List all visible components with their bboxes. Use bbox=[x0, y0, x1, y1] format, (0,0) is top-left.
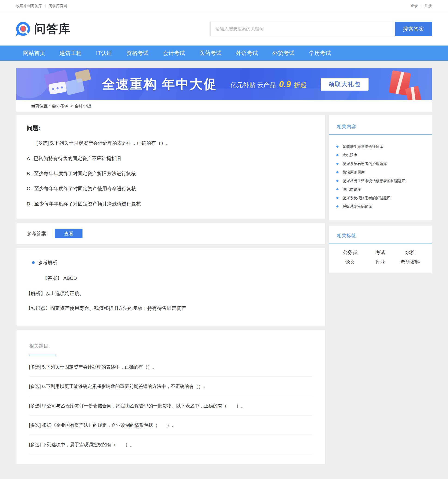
nav-item-accounting[interactable]: 会计考试 bbox=[163, 49, 185, 57]
related-content-link[interactable]: 泌尿系结石患者的护理题库 bbox=[336, 160, 425, 168]
option-c: C . 至少每年年度终了对固定资产使用寿命进行复核 bbox=[27, 185, 315, 192]
topbar-right: 登录注册 bbox=[411, 4, 432, 8]
tag-link[interactable]: 公务员 bbox=[335, 249, 365, 256]
tag-link[interactable]: 作业 bbox=[365, 259, 395, 265]
view-answer-button[interactable]: 查看 bbox=[55, 229, 82, 238]
analysis-answer-line: 【答案】 ABCD bbox=[43, 275, 316, 281]
login-link[interactable]: 登录 bbox=[411, 4, 418, 8]
related-question-link[interactable]: [多选] 6.下列用以更正能够确定累积影响数的重要前期差错的方法中，不正确的有（… bbox=[29, 377, 313, 396]
heading-underline bbox=[29, 355, 56, 355]
related-questions-list: [多选] 5.下列关于固定资产会计处理的表述中，正确的有（）。 [多选] 6.下… bbox=[29, 357, 313, 454]
claim-gift-button[interactable]: 领取大礼包 bbox=[321, 78, 368, 91]
related-content-link[interactable]: 呼吸系统疾病题库 bbox=[336, 202, 425, 211]
tag-list: 公务员 考试 尔雅 论文 作业 考研资料 bbox=[329, 244, 432, 273]
promo-banner[interactable]: 全速重构 年中大促 亿元补贴 云产品 0.9 折起 领取大礼包 bbox=[16, 68, 432, 100]
related-content-link[interactable]: 泌尿系统梗阻患者的护理题库 bbox=[336, 194, 425, 202]
register-link[interactable]: 注册 bbox=[425, 4, 432, 8]
topbar: 欢迎来到问答库问答库官网 登录注册 bbox=[0, 0, 448, 12]
bullet-dot-icon bbox=[336, 154, 339, 156]
banner-subtitle: 亿元补贴 云产品 0.9 折起 bbox=[231, 80, 307, 89]
related-content-card: 相关内容 骨髓增生异常综合征题库 病机题库 泌尿系结石患者的护理题库 防治原则题… bbox=[328, 115, 432, 221]
divider bbox=[45, 4, 46, 8]
topbar-left: 欢迎来到问答库问答库官网 bbox=[16, 4, 67, 8]
q-tail-icon bbox=[25, 31, 28, 35]
tag-link[interactable]: 考研资料 bbox=[395, 259, 425, 265]
search-answer-button[interactable]: 搜索答案 bbox=[395, 22, 432, 36]
related-content-link[interactable]: 防治原则题库 bbox=[336, 168, 425, 177]
logo-q-icon bbox=[16, 22, 30, 36]
sidebar: 相关内容 骨髓增生异常综合征题库 病机题库 泌尿系结石患者的护理题库 防治原则题… bbox=[328, 115, 432, 273]
related-content-label: 泌尿及男生殖系统结核患者的护理题库 bbox=[343, 179, 406, 183]
nav-item-qualification[interactable]: 资格考试 bbox=[126, 49, 148, 57]
analysis-heading: 参考解析 bbox=[38, 259, 58, 266]
related-content-label: 防治原则题库 bbox=[343, 170, 365, 174]
related-content-label: 淋巴瘤题库 bbox=[343, 187, 361, 191]
banner-title: 全速重构 年中大促 bbox=[102, 76, 218, 93]
bullet-dot-icon bbox=[336, 206, 339, 207]
search-input[interactable] bbox=[210, 22, 395, 36]
nav-item-medical[interactable]: 医药考试 bbox=[199, 49, 221, 57]
bullet-dot-icon bbox=[336, 171, 339, 173]
nav-item-home[interactable]: 网站首页 bbox=[23, 49, 45, 57]
option-a: A . 已转为持有待售的固定资产不应计提折旧 bbox=[27, 155, 315, 162]
option-d: D . 至少每年年度终了对固定资产预计净残值进行复核 bbox=[27, 200, 315, 207]
logo[interactable]: 问答库 bbox=[16, 21, 71, 37]
reference-answer-label: 参考答案: bbox=[27, 230, 48, 237]
bullet-dot-icon bbox=[32, 261, 35, 264]
question-card: 问题: [多选] 5.下列关于固定资产会计处理的表述中，正确的有（）。 A . … bbox=[16, 115, 326, 219]
nav-item-foreign-trade[interactable]: 外贸考试 bbox=[272, 49, 294, 57]
related-content-label: 泌尿系统梗阻患者的护理题库 bbox=[343, 196, 391, 200]
related-content-list: 骨髓增生异常综合征题库 病机题库 泌尿系结石患者的护理题库 防治原则题库 泌尿及… bbox=[329, 135, 432, 220]
bullet-dot-icon bbox=[336, 163, 339, 165]
tag-link[interactable]: 论文 bbox=[335, 259, 365, 265]
nav-item-construction[interactable]: 建筑工程 bbox=[60, 49, 82, 57]
related-questions-card: 相关题目: [多选] 5.下列关于固定资产会计处理的表述中，正确的有（）。 [多… bbox=[16, 330, 326, 464]
bullet-dot-icon bbox=[336, 197, 339, 199]
related-question-link[interactable]: [多选] 根据《企业国有资产法》的规定，企业改制的情形包括（ ）。 bbox=[29, 415, 313, 435]
divider bbox=[421, 4, 421, 8]
analysis-heading-row: 参考解析 bbox=[32, 259, 316, 266]
analysis-card: 参考解析 【答案】 ABCD 【解析】以上选项均正确。 【知识点】固定资产使用寿… bbox=[16, 248, 326, 326]
breadcrumb-category[interactable]: 会计考试 bbox=[52, 103, 69, 109]
related-content-title: 相关内容 bbox=[329, 115, 432, 134]
bullet-dot-icon bbox=[336, 188, 339, 190]
tag-link[interactable]: 尔雅 bbox=[395, 249, 425, 256]
related-tags-title: 相关标签 bbox=[329, 226, 432, 244]
tag-link[interactable]: 考试 bbox=[365, 249, 395, 256]
nav-item-it[interactable]: IT认证 bbox=[96, 49, 112, 57]
related-content-label: 病机题库 bbox=[343, 153, 357, 157]
logo-text: 问答库 bbox=[34, 21, 71, 37]
question-heading: 问题: bbox=[27, 124, 315, 132]
breadcrumb-separator: > bbox=[70, 104, 73, 108]
portal-link[interactable]: 问答库官网 bbox=[49, 4, 67, 8]
search-bar: 搜索答案 bbox=[210, 22, 432, 36]
nav-item-foreign-language[interactable]: 外语考试 bbox=[236, 49, 258, 57]
option-b: B . 至少每年年度终了对固定资产折旧方法进行复核 bbox=[27, 170, 315, 177]
analysis-knowledge-line: 【知识点】固定资产使用寿命、残值和折旧方法的复核；持有待售固定资产 bbox=[26, 305, 316, 312]
related-content-link[interactable]: 淋巴瘤题库 bbox=[336, 185, 425, 194]
banner-promo-suffix: 折起 bbox=[294, 82, 306, 88]
related-question-link[interactable]: [多选] 甲公司与乙仓库签订一份仓储合同，约定由乙保管甲的一批货物。以下表述中，… bbox=[29, 396, 313, 415]
related-tags-card: 相关标签 公务员 考试 尔雅 论文 作业 考研资料 bbox=[328, 225, 432, 273]
question-stem: [多选] 5.下列关于固定资产会计处理的表述中，正确的有（）。 bbox=[36, 139, 315, 147]
related-question-link[interactable]: [多选] 5.下列关于固定资产会计处理的表述中，正确的有（）。 bbox=[29, 357, 313, 377]
reference-answer-card: 参考答案: 查看 bbox=[16, 223, 326, 245]
related-content-link[interactable]: 骨髓增生异常综合征题库 bbox=[336, 142, 425, 151]
q-dot-icon bbox=[21, 26, 26, 32]
analysis-explanation-line: 【解析】以上选项均正确。 bbox=[26, 290, 316, 297]
header: 问答库 搜索答案 bbox=[0, 12, 448, 46]
related-content-label: 骨髓增生异常综合征题库 bbox=[343, 145, 383, 149]
bullet-dot-icon bbox=[336, 180, 339, 182]
breadcrumb-current[interactable]: 会计中级 bbox=[75, 103, 91, 109]
nav-item-education[interactable]: 学历考试 bbox=[309, 49, 331, 57]
main-column: 问题: [多选] 5.下列关于固定资产会计处理的表述中，正确的有（）。 A . … bbox=[16, 115, 326, 464]
welcome-link[interactable]: 欢迎来到问答库 bbox=[16, 4, 42, 8]
related-question-link[interactable]: [多选] 下列选项中，属于宏观调控权的有（ ）。 bbox=[29, 435, 313, 454]
related-questions-heading: 相关题目: bbox=[29, 343, 313, 349]
related-content-link[interactable]: 病机题库 bbox=[336, 151, 425, 160]
related-content-label: 呼吸系统疾病题库 bbox=[343, 205, 372, 208]
breadcrumb-label: 当前位置： bbox=[31, 103, 52, 109]
banner-illustration bbox=[16, 68, 113, 100]
main-nav: 网站首页 建筑工程 IT认证 资格考试 会计考试 医药考试 外语考试 外贸考试 … bbox=[0, 46, 448, 61]
related-content-link[interactable]: 泌尿及男生殖系统结核患者的护理题库 bbox=[336, 177, 425, 185]
